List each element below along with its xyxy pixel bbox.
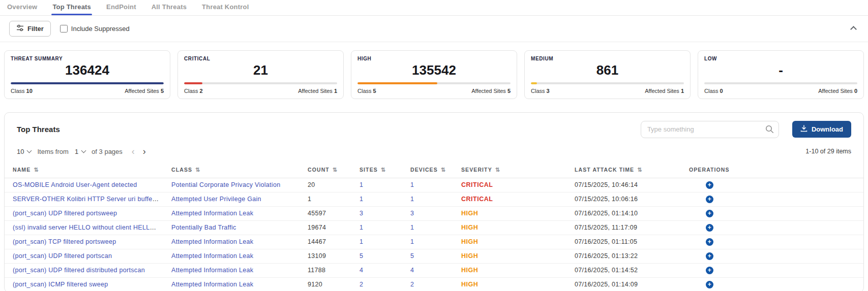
filter-button-label: Filter bbox=[27, 25, 44, 33]
sites-link[interactable]: 1 bbox=[360, 238, 363, 245]
card-value: 135542 bbox=[357, 63, 511, 78]
filter-button[interactable]: Filter bbox=[9, 21, 51, 37]
last-attack-time-cell: 07/16/2025, 01:14:10 bbox=[567, 206, 681, 220]
tab-threat-kontrol[interactable]: Threat Kontrol bbox=[201, 0, 250, 15]
count-cell: 9120 bbox=[300, 277, 352, 291]
table-row[interactable]: (port_scan) UDP filtered distributed por… bbox=[5, 263, 863, 277]
threat-name-link[interactable]: (ssl) invalid server HELLO without clien… bbox=[13, 224, 164, 231]
page-size-select[interactable]: 10 bbox=[17, 148, 31, 155]
sort-icon[interactable]: ⇅ bbox=[34, 167, 38, 173]
sites-link[interactable]: 5 bbox=[360, 252, 363, 260]
items-range-label: 1-10 of 29 items bbox=[805, 148, 851, 155]
include-suppressed-checkbox[interactable]: Include Suppressed bbox=[60, 25, 130, 33]
tab-top-threats[interactable]: Top Threats bbox=[51, 0, 92, 15]
threat-name-link[interactable]: (port_scan) ICMP filtered sweep bbox=[13, 281, 108, 288]
sort-icon[interactable]: ⇅ bbox=[381, 167, 385, 173]
last-attack-time-cell: 07/16/2025, 01:14:52 bbox=[567, 263, 681, 277]
column-header: DEVICES⇅ bbox=[403, 162, 454, 178]
top-threats-panel: Top Threats bbox=[4, 112, 864, 291]
sort-icon[interactable]: ⇅ bbox=[333, 167, 337, 173]
threat-class-link[interactable]: Attempted Information Leak bbox=[171, 281, 253, 288]
count-cell: 11788 bbox=[300, 263, 352, 277]
collapse-section-button[interactable] bbox=[848, 23, 859, 35]
include-suppressed-checkbox-input[interactable] bbox=[60, 25, 68, 33]
count-cell: 45597 bbox=[300, 206, 352, 220]
threat-name-link[interactable]: (port_scan) UDP filtered portscan bbox=[13, 252, 112, 260]
tab-overview[interactable]: Overview bbox=[6, 0, 38, 15]
threat-class-link[interactable]: Attempted Information Leak bbox=[171, 252, 253, 260]
devices-link[interactable]: 4 bbox=[410, 267, 414, 274]
search-icon[interactable] bbox=[765, 125, 774, 136]
table-body: OS-MOBILE Android User-Agent detected Po… bbox=[5, 178, 863, 291]
expand-plus-icon[interactable]: + bbox=[706, 196, 713, 203]
table-row[interactable]: (port_scan) UDP filtered portsweep Attem… bbox=[5, 206, 863, 220]
devices-link[interactable]: 1 bbox=[410, 181, 414, 188]
severity-label: CRITICAL bbox=[461, 181, 493, 188]
sort-icon[interactable]: ⇅ bbox=[441, 167, 445, 173]
devices-link[interactable]: 2 bbox=[410, 281, 414, 288]
card-progress-fill bbox=[11, 82, 164, 84]
sites-link[interactable]: 4 bbox=[360, 267, 363, 274]
last-attack-time-cell: 07/16/2025, 01:14:09 bbox=[567, 277, 681, 291]
chevron-up-icon bbox=[850, 26, 857, 33]
download-button[interactable]: Download bbox=[792, 121, 851, 138]
table-row[interactable]: SERVER-OTHER Kolibri HTTP Server uri buf… bbox=[5, 192, 863, 206]
column-header: NAME⇅ bbox=[5, 162, 164, 178]
devices-link[interactable]: 3 bbox=[410, 210, 414, 217]
count-cell: 13109 bbox=[300, 249, 352, 263]
table-row[interactable]: (port_scan) UDP filtered portscan Attemp… bbox=[5, 249, 863, 263]
page-nav-arrows: ‹ › bbox=[132, 146, 146, 157]
next-page-button[interactable]: › bbox=[143, 146, 146, 157]
table-row[interactable]: (port_scan) ICMP filtered sweep Attempte… bbox=[5, 277, 863, 291]
table-row[interactable]: OS-MOBILE Android User-Agent detected Po… bbox=[5, 178, 863, 192]
column-header: CLASS⇅ bbox=[164, 162, 300, 178]
threat-class-link[interactable]: Attempted Information Leak bbox=[171, 210, 253, 217]
card-class-count: Class10 bbox=[11, 88, 33, 94]
sort-icon[interactable]: ⇅ bbox=[637, 167, 642, 173]
expand-plus-icon[interactable]: + bbox=[706, 224, 713, 232]
sites-link[interactable]: 3 bbox=[360, 210, 363, 217]
expand-plus-icon[interactable]: + bbox=[706, 252, 713, 260]
threat-class-link[interactable]: Attempted Information Leak bbox=[171, 267, 253, 274]
column-header: OPERATIONS bbox=[681, 162, 863, 178]
card-affected-sites: Affected Sites5 bbox=[471, 88, 511, 94]
threat-class-link[interactable]: Attempted Information Leak bbox=[171, 238, 253, 245]
count-cell: 1 bbox=[300, 192, 352, 206]
sites-link[interactable]: 2 bbox=[360, 281, 363, 288]
expand-plus-icon[interactable]: + bbox=[706, 238, 713, 246]
page-select[interactable]: 1 bbox=[75, 148, 85, 155]
tab-endpoint[interactable]: EndPoint bbox=[105, 0, 137, 15]
devices-link[interactable]: 1 bbox=[410, 196, 414, 203]
threat-class-link[interactable]: Potentially Bad Traffic bbox=[171, 224, 236, 231]
summary-card: MEDIUM 861 Class3 Affected Sites1 bbox=[524, 50, 691, 99]
devices-link[interactable]: 1 bbox=[410, 224, 414, 231]
expand-plus-icon[interactable]: + bbox=[706, 210, 713, 217]
threat-name-link[interactable]: (port_scan) UDP filtered portsweep bbox=[13, 210, 117, 217]
threat-name-link[interactable]: SERVER-OTHER Kolibri HTTP Server uri buf… bbox=[13, 196, 164, 203]
table-row[interactable]: (ssl) invalid server HELLO without clien… bbox=[5, 220, 863, 235]
tab-bar: OverviewTop ThreatsEndPointAll ThreatsTh… bbox=[0, 0, 868, 16]
sites-link[interactable]: 1 bbox=[360, 181, 363, 188]
sites-link[interactable]: 1 bbox=[360, 224, 363, 231]
sort-icon[interactable]: ⇅ bbox=[495, 167, 500, 173]
sites-link[interactable]: 1 bbox=[360, 196, 363, 203]
threat-name-link[interactable]: (port_scan) UDP filtered distributed por… bbox=[13, 267, 145, 274]
tab-all-threats[interactable]: All Threats bbox=[151, 0, 188, 15]
expand-plus-icon[interactable]: + bbox=[706, 281, 713, 288]
table-row[interactable]: (port_scan) TCP filtered portsweep Attem… bbox=[5, 235, 863, 249]
summary-card: HIGH 135542 Class5 Affected Sites5 bbox=[351, 50, 517, 99]
threat-class-link[interactable]: Attempted User Privilege Gain bbox=[171, 196, 261, 203]
expand-plus-icon[interactable]: + bbox=[706, 267, 713, 274]
devices-link[interactable]: 5 bbox=[410, 252, 414, 260]
devices-link[interactable]: 1 bbox=[410, 238, 414, 245]
threat-name-link[interactable]: (port_scan) TCP filtered portsweep bbox=[13, 238, 116, 245]
card-title: CRITICAL bbox=[184, 56, 337, 61]
threat-class-link[interactable]: Potential Corporate Privacy Violation bbox=[171, 181, 280, 188]
items-from-label: Items from bbox=[37, 148, 68, 155]
search-input[interactable] bbox=[641, 121, 779, 138]
expand-plus-icon[interactable]: + bbox=[706, 181, 713, 189]
prev-page-button[interactable]: ‹ bbox=[132, 146, 135, 157]
sort-icon[interactable]: ⇅ bbox=[195, 167, 200, 173]
card-class-count: Class5 bbox=[357, 88, 376, 94]
threat-name-link[interactable]: OS-MOBILE Android User-Agent detected bbox=[13, 181, 137, 188]
